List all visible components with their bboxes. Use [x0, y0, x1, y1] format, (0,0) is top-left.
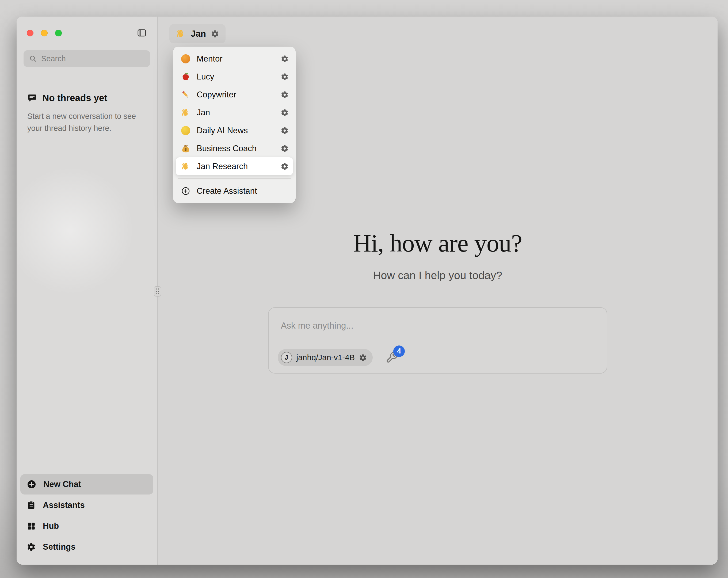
create-assistant-label: Create Assistant: [197, 186, 257, 196]
model-name: janhq/Jan-v1-4B: [296, 353, 355, 362]
search-icon: [29, 55, 37, 62]
pencil-icon: [180, 90, 191, 100]
yellow-circle-icon: [180, 126, 191, 135]
tools-button[interactable]: 4: [386, 351, 398, 364]
clipboard-icon: [27, 501, 36, 510]
nav-label: Settings: [43, 542, 75, 552]
sidebar-nav: New Chat Assistants Hub: [17, 474, 157, 564]
assistant-menu-item-daily-ai-news[interactable]: Daily AI News: [176, 122, 293, 140]
zoom-button[interactable]: [55, 30, 62, 36]
gear-icon[interactable]: [281, 73, 289, 81]
create-assistant-button[interactable]: Create Assistant: [176, 182, 293, 200]
close-button[interactable]: [27, 30, 33, 36]
assistant-menu-label: Jan: [197, 108, 210, 118]
nav-label: Assistants: [43, 500, 85, 510]
assistant-menu-label: Business Coach: [197, 144, 257, 153]
model-avatar: J: [281, 352, 292, 363]
greeting-subtitle: How can I help you today?: [158, 269, 718, 282]
hero: Hi, how are you? How can I help you toda…: [158, 228, 718, 282]
assistant-menu-label: Lucy: [197, 72, 214, 82]
chat-controls: J janhq/Jan-v1-4B 4: [278, 349, 398, 366]
gear-icon[interactable]: [281, 145, 289, 153]
assistant-menu-item-copywriter[interactable]: Copywriter: [176, 85, 293, 104]
chat-input-placeholder: Ask me anything...: [281, 321, 354, 331]
tools-count-badge: 4: [393, 346, 405, 357]
assistant-menu-item-jan[interactable]: Jan: [176, 104, 293, 122]
grid-icon: [27, 522, 36, 531]
sidebar-item-new-chat[interactable]: New Chat: [20, 474, 153, 495]
minimize-button[interactable]: [41, 30, 48, 36]
assistant-menu-item-business-coach[interactable]: Business Coach: [176, 140, 293, 157]
main-area: Jan Mentor Lucy Copywriter: [158, 17, 718, 564]
nav-label: New Chat: [43, 479, 81, 489]
money-bag-icon: [180, 144, 191, 153]
window-controls: [27, 30, 62, 36]
gear-icon[interactable]: [281, 127, 289, 134]
assistant-menu-label: Jan Research: [197, 161, 248, 171]
thread-bubble-icon: [27, 93, 37, 103]
assistant-menu-label: Mentor: [197, 54, 222, 64]
waving-hand-icon: [176, 29, 186, 39]
assistant-menu-item-mentor[interactable]: Mentor: [176, 50, 293, 68]
empty-state-title: No threads yet: [42, 93, 107, 103]
gear-icon[interactable]: [281, 91, 289, 99]
empty-state: No threads yet Start a new conversation …: [27, 93, 146, 134]
sidebar-toggle-icon[interactable]: [137, 28, 147, 38]
gear-icon[interactable]: [281, 162, 289, 171]
titlebar: [17, 17, 157, 49]
decorative-blob: [17, 161, 140, 300]
plus-outline-icon: [180, 186, 191, 196]
nav-label: Hub: [43, 521, 59, 531]
assistant-menu-item-lucy[interactable]: Lucy: [176, 68, 293, 85]
apple-icon: [180, 72, 191, 82]
sidebar-item-hub[interactable]: Hub: [20, 516, 153, 536]
search-box[interactable]: [24, 50, 150, 67]
gear-icon[interactable]: [359, 354, 367, 361]
plus-circle-icon: [27, 479, 36, 489]
assistant-switcher-button[interactable]: Jan: [170, 24, 226, 43]
sidebar-item-assistants[interactable]: Assistants: [20, 495, 153, 516]
gear-icon: [27, 543, 36, 552]
assistant-menu-label: Daily AI News: [197, 126, 248, 135]
gear-icon[interactable]: [281, 109, 289, 117]
chat-input[interactable]: Ask me anything... J janhq/Jan-v1-4B 4: [268, 307, 607, 374]
app-window: No threads yet Start a new conversation …: [17, 17, 718, 564]
assistant-menu-item-jan-research[interactable]: Jan Research: [176, 157, 293, 175]
orange-circle-icon: [180, 54, 191, 64]
search-input[interactable]: [41, 54, 145, 63]
assistant-name: Jan: [191, 29, 206, 39]
empty-state-description: Start a new conversation to see your thr…: [27, 110, 146, 134]
gear-icon[interactable]: [281, 55, 289, 63]
sidebar-resize-handle[interactable]: [154, 286, 161, 297]
assistant-menu-label: Copywriter: [197, 90, 236, 100]
model-selector[interactable]: J janhq/Jan-v1-4B: [278, 349, 373, 366]
greeting-heading: Hi, how are you?: [158, 228, 718, 257]
waving-hand-icon: [180, 108, 191, 118]
sidebar-item-settings[interactable]: Settings: [20, 537, 153, 557]
waving-hand-icon: [180, 161, 191, 171]
gear-icon[interactable]: [211, 30, 219, 38]
sidebar: No threads yet Start a new conversation …: [17, 17, 158, 564]
menu-divider: [178, 178, 291, 179]
assistant-menu: Mentor Lucy Copywriter Jan: [173, 47, 296, 203]
